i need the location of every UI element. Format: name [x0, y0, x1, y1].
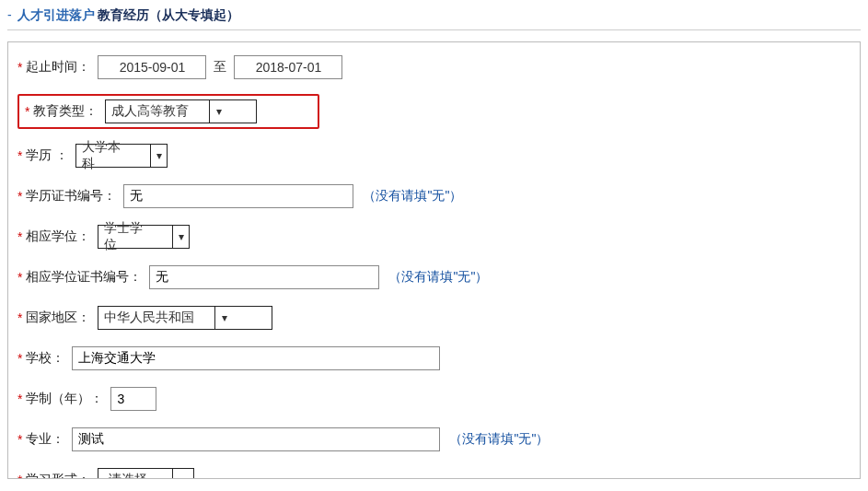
- required-mark: *: [17, 473, 22, 479]
- required-mark: *: [17, 270, 22, 285]
- header-dash: -: [7, 7, 14, 22]
- header-title-dark: 教育经历（从大专填起）: [98, 7, 239, 22]
- required-mark: *: [17, 392, 22, 406]
- row-edu-type: * 教育类型： 成人高等教育 ▾: [17, 94, 851, 129]
- hint-bachelor-cert: （没有请填"无"）: [388, 269, 488, 286]
- row-years: * 学制（年）：: [17, 385, 851, 413]
- label-degree: 学历 ：: [26, 147, 68, 164]
- row-date-range: * 起止时间： 2015-09-01 至 2018-07-01: [17, 53, 851, 81]
- chevron-down-icon: ▾: [214, 307, 233, 329]
- required-mark: *: [17, 432, 22, 447]
- row-school: * 学校：: [17, 345, 851, 372]
- chevron-down-icon: ▾: [209, 100, 227, 123]
- input-major[interactable]: [72, 427, 440, 451]
- chevron-down-icon: ▾: [172, 226, 189, 248]
- select-country[interactable]: 中华人民共和国 ▾: [98, 306, 272, 330]
- row-bachelor-cert: * 相应学位证书编号： （没有请填"无"）: [17, 263, 851, 291]
- select-degree-value: 大学本科: [82, 139, 150, 172]
- label-bachelor-cert: 相应学位证书编号：: [26, 269, 142, 286]
- row-major: * 专业： （没有请填"无"）: [17, 426, 851, 453]
- input-degree-cert[interactable]: [123, 184, 353, 208]
- select-bachelor[interactable]: 学士学位 ▾: [98, 225, 190, 249]
- select-country-value: 中华人民共和国: [104, 310, 214, 326]
- row-degree-cert: * 学历证书编号： （没有请填"无"）: [17, 182, 851, 210]
- required-mark: *: [17, 310, 22, 325]
- required-mark: *: [25, 104, 29, 119]
- label-degree-cert: 学历证书编号：: [26, 188, 116, 205]
- required-mark: *: [17, 60, 22, 75]
- row-degree: * 学历 ： 大学本科 ▾: [17, 142, 851, 170]
- required-mark: *: [17, 351, 22, 366]
- label-date: 起止时间：: [26, 59, 90, 76]
- input-date-from[interactable]: 2015-09-01: [98, 55, 206, 79]
- hint-major: （没有请填"无"）: [449, 431, 549, 448]
- required-mark: *: [17, 189, 22, 204]
- hint-degree-cert: （没有请填"无"）: [363, 188, 462, 205]
- header-title-blue: 人才引进落户: [17, 7, 95, 22]
- required-mark: *: [17, 229, 22, 244]
- select-study-mode[interactable]: -请选择- ▾: [98, 468, 194, 479]
- chevron-down-icon: ▾: [172, 469, 191, 479]
- required-mark: *: [17, 148, 22, 163]
- label-edu-type: 教育类型：: [33, 103, 98, 120]
- page-header: - 人才引进落户 教育经历（从大专填起）: [7, 0, 861, 30]
- select-edu-type-value: 成人高等教育: [111, 103, 209, 120]
- row-study-mode: * 学习形式： -请选择- ▾: [17, 466, 851, 479]
- label-country: 国家地区：: [26, 310, 90, 326]
- label-bachelor: 相应学位：: [26, 228, 90, 245]
- form-panel: * 起止时间： 2015-09-01 至 2018-07-01 * 教育类型： …: [7, 41, 861, 479]
- select-degree[interactable]: 大学本科 ▾: [75, 144, 168, 168]
- label-study-mode: 学习形式：: [26, 472, 90, 479]
- input-years[interactable]: [110, 387, 156, 411]
- select-study-mode-value: -请选择-: [104, 472, 171, 479]
- label-major: 专业：: [26, 431, 64, 448]
- input-bachelor-cert[interactable]: [149, 265, 379, 289]
- row-bachelor: * 相应学位： 学士学位 ▾: [17, 223, 851, 251]
- input-school[interactable]: [72, 346, 440, 370]
- highlight-edu-type: * 教育类型： 成人高等教育 ▾: [17, 94, 319, 129]
- input-date-to[interactable]: 2018-07-01: [234, 55, 342, 79]
- row-country: * 国家地区： 中华人民共和国 ▾: [17, 304, 851, 332]
- label-date-to: 至: [214, 59, 226, 76]
- select-edu-type[interactable]: 成人高等教育 ▾: [105, 99, 257, 123]
- label-years: 学制（年）：: [26, 391, 103, 407]
- chevron-down-icon: ▾: [150, 145, 167, 167]
- select-bachelor-value: 学士学位: [104, 220, 172, 253]
- label-school: 学校：: [26, 350, 64, 367]
